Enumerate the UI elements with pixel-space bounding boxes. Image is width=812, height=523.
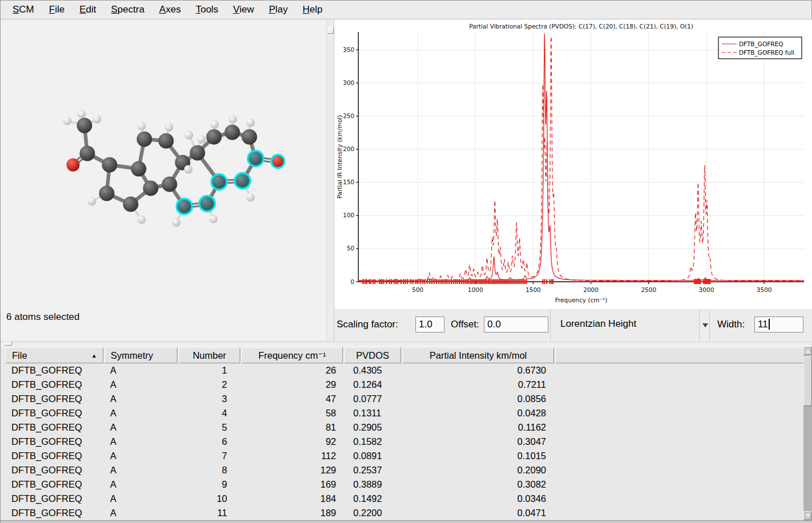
cell: 189 <box>241 506 343 520</box>
cell: 9 <box>179 477 240 492</box>
table-row[interactable]: DFTB_GOFREQA6920.15820.3047 <box>5 435 554 449</box>
table-row[interactable]: DFTB_GOFREQA3470.07770.0856 <box>5 392 554 406</box>
cell: 0.2905 <box>344 420 401 435</box>
table-header: File▲SymmetryNumberFrequency cm⁻¹PVDOSPa… <box>5 347 808 363</box>
table-row[interactable]: DFTB_GOFREQA111890.22000.0471 <box>5 506 554 520</box>
cell: 0.1162 <box>402 420 554 435</box>
svg-text:Partial Vibrational Spectra (P: Partial Vibrational Spectra (PVDOS): C(1… <box>469 23 693 30</box>
cell: 7 <box>179 449 240 463</box>
broadening-combobox[interactable]: Lorentzian Height <box>551 310 709 342</box>
table-row[interactable]: DFTB_GOFREQA81290.25370.2090 <box>5 463 554 477</box>
cell: 0.1311 <box>344 406 401 420</box>
cell: DFTB_GOFREQ <box>5 406 103 420</box>
spectrum-chart[interactable]: Partial Vibrational Spectra (PVDOS): C(1… <box>334 19 812 309</box>
table-row[interactable]: DFTB_GOFREQA101840.14920.0346 <box>5 492 554 506</box>
menu-item-file[interactable]: File <box>42 2 72 18</box>
broadening-selected-value: Lorentzian Height <box>560 318 636 330</box>
svg-text:Frequency (cm⁻¹): Frequency (cm⁻¹) <box>555 297 608 303</box>
cell: 0.3082 <box>402 477 554 492</box>
table-row[interactable]: DFTB_GOFREQA91690.38890.3082 <box>5 477 554 492</box>
menu-item-edit[interactable]: Edit <box>72 2 103 18</box>
cell: 0.3889 <box>344 477 401 492</box>
cell: A <box>104 378 177 392</box>
cell: A <box>104 392 177 406</box>
scrollbar-thumb[interactable] <box>803 356 812 406</box>
offset-label: Offset: <box>451 319 479 330</box>
column-header-pvdos[interactable]: PVDOS <box>344 347 401 363</box>
vertical-scrollbar[interactable] <box>803 346 812 520</box>
table-row[interactable]: DFTB_GOFREQA71120.08910.1015 <box>5 449 554 463</box>
scroll-up-button[interactable] <box>803 346 812 355</box>
molecule-viewport[interactable]: 6 atoms selected <box>1 19 326 341</box>
spectrum-panel: Partial Vibrational Spectra (PVDOS): C(1… <box>334 19 812 341</box>
cell: 11 <box>179 506 240 520</box>
sort-ascending-icon: ▲ <box>91 352 97 359</box>
cell: 0.1264 <box>344 378 401 392</box>
sash-grip[interactable] <box>4 342 12 346</box>
offset-input[interactable]: 0.0 <box>484 317 548 333</box>
chevron-down-icon[interactable] <box>702 323 708 327</box>
cell: 58 <box>241 406 343 420</box>
cell: A <box>104 406 177 420</box>
cell: DFTB_GOFREQ <box>5 506 103 520</box>
scaling-factor-input[interactable]: 1.0 <box>415 317 445 333</box>
cell: 0.7211 <box>402 378 554 392</box>
scaling-factor-label: Scaling factor: <box>337 319 398 330</box>
cell: 0.2537 <box>344 463 401 477</box>
width-label: Width: <box>717 319 745 330</box>
column-header-number[interactable]: Number <box>179 347 240 363</box>
cell: 169 <box>241 477 343 492</box>
cell: 129 <box>241 463 343 477</box>
table-row[interactable]: DFTB_GOFREQA2290.12640.7211 <box>5 378 554 392</box>
menu-item-view[interactable]: View <box>226 2 262 18</box>
cell: 92 <box>241 435 343 449</box>
svg-text:350: 350 <box>343 46 354 53</box>
svg-text:DFTB_GOFREQ full: DFTB_GOFREQ full <box>739 49 794 56</box>
column-header-symmetry[interactable]: Symmetry <box>104 347 177 363</box>
table-row[interactable]: DFTB_GOFREQA1260.43050.6730 <box>5 363 554 378</box>
sash-grip[interactable] <box>328 27 334 34</box>
table-body: DFTB_GOFREQA1260.43050.6730DFTB_GOFREQA2… <box>5 363 554 520</box>
arrow-down-icon <box>806 514 810 518</box>
cell: 0.1582 <box>344 435 401 449</box>
cell: DFTB_GOFREQ <box>5 435 103 449</box>
menu-item-spectra[interactable]: Spectra <box>104 2 152 18</box>
svg-text:300: 300 <box>343 79 354 86</box>
svg-text:2500: 2500 <box>641 286 656 293</box>
menu-item-scm[interactable]: SCM <box>5 2 42 18</box>
svg-text:1500: 1500 <box>526 286 541 293</box>
cell: DFTB_GOFREQ <box>5 392 103 406</box>
text-caret <box>769 319 770 330</box>
svg-text:250: 250 <box>343 112 354 119</box>
cell: A <box>104 492 177 506</box>
frequency-table: File▲SymmetryNumberFrequency cm⁻¹PVDOSPa… <box>1 346 812 520</box>
cell: A <box>104 463 177 477</box>
vertical-sash[interactable] <box>326 19 334 341</box>
width-input[interactable]: 11 <box>754 317 803 333</box>
column-header-partial[interactable]: Partial Intensity km/mol <box>402 347 554 363</box>
column-header-frequency[interactable]: Frequency cm⁻¹ <box>241 347 343 363</box>
svg-text:50: 50 <box>347 245 354 252</box>
svg-text:200: 200 <box>343 145 354 152</box>
cell: 112 <box>241 449 343 463</box>
cell: DFTB_GOFREQ <box>5 492 103 506</box>
menu-item-axes[interactable]: Axes <box>152 2 188 18</box>
cell: 10 <box>179 492 240 506</box>
cell: 0.0856 <box>402 392 554 406</box>
cell: 0.6730 <box>402 363 554 378</box>
horizontal-sash[interactable] <box>1 341 812 346</box>
svg-text:2000: 2000 <box>583 286 599 293</box>
cell: 0.1015 <box>402 449 554 463</box>
spectrum-controls: Scaling factor: 1.0 Offset: 0.0 Lorentzi… <box>334 309 812 341</box>
table-row[interactable]: DFTB_GOFREQA4580.13110.0428 <box>5 406 554 420</box>
table-row[interactable]: DFTB_GOFREQA5810.29050.1162 <box>5 420 554 435</box>
molecule-3d-view[interactable] <box>1 19 326 341</box>
column-header-file[interactable]: File▲ <box>5 347 103 363</box>
menu-item-help[interactable]: Help <box>295 2 330 18</box>
cell: 26 <box>241 363 343 378</box>
menu-item-play[interactable]: Play <box>261 2 295 18</box>
scroll-down-button[interactable] <box>803 511 812 520</box>
menu-item-tools[interactable]: Tools <box>188 2 226 18</box>
cell: DFTB_GOFREQ <box>5 363 103 378</box>
cell: 184 <box>241 492 343 506</box>
